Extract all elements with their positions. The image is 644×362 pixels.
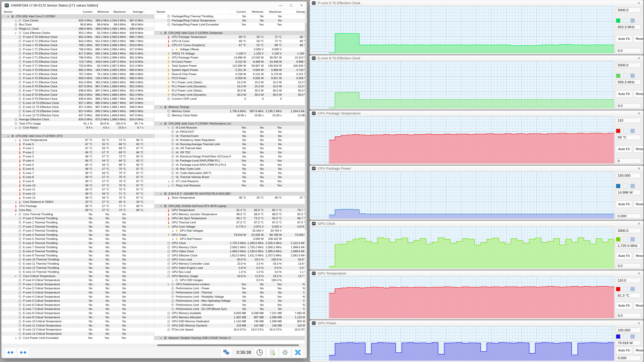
column-header-sensor[interactable]: Sensor xyxy=(2,9,77,14)
line-color-swatch[interactable] xyxy=(616,184,620,188)
line-color-swatch[interactable] xyxy=(616,334,620,339)
reset-button[interactable]: Reset xyxy=(634,201,643,208)
section-header-row[interactable]: CPU [#0]: Intel Core i7-13700H xyxy=(2,14,154,18)
reset-button[interactable]: Reset xyxy=(634,35,643,42)
sensor-row[interactable]: E-core 11 T0 Effective Clock927.4 MHz887… xyxy=(2,105,154,109)
sensor-row[interactable]: CPU Package Temperature69 °C59 °C72 °C68… xyxy=(154,35,305,39)
sensor-row[interactable]: GPU Clock1,725.0 MHz1,290.0 MHz2,265.0 M… xyxy=(154,241,305,245)
sensor-row[interactable]: GPU Memory Allocated1,362 MB967 MB1,589 … xyxy=(154,315,305,320)
line-color-swatch[interactable] xyxy=(616,73,620,78)
section-header-row[interactable]: CPU [#0]: Intel Core i7-13700H: Performa… xyxy=(154,121,305,126)
section-header-row[interactable]: Memory Timings xyxy=(154,105,305,109)
chevron-right-icon[interactable] xyxy=(14,336,18,340)
sensor-row[interactable]: P-core 1 T0 Effective Clock798.1 MHz697.… xyxy=(2,43,154,47)
sensor-row[interactable]: IA: Thermal Velocity BoostNoNoNo xyxy=(154,175,305,179)
close-icon[interactable]: × xyxy=(638,321,640,326)
sensor-row[interactable]: P-core 466 °C54 °C66 °C63 °C xyxy=(2,159,154,163)
scale-max-input[interactable]: 3000.0 xyxy=(616,228,641,233)
sensor-row[interactable]: Ring/LLC Clock399.0 MHz399.0 MHz1,596.1 … xyxy=(2,27,154,31)
column-header-average[interactable]: Average xyxy=(284,9,305,14)
sensor-row[interactable]: Core Distance to TjMAX33 °C27 °C45 °C34 … xyxy=(2,200,154,204)
chevron-right-icon[interactable] xyxy=(166,179,170,184)
sensor-row[interactable]: E-core 6 Thermal ThrottlingNoNoNo xyxy=(2,241,154,245)
sensor-row[interactable]: P-core 0 Thermal ThrottlingNoNoNo xyxy=(2,216,154,221)
sensor-row[interactable]: E-core 13 Critical TemperatureNoNoNo xyxy=(2,332,154,336)
sensor-row[interactable]: E-core 7 Thermal ThrottlingNoNoNo xyxy=(2,245,154,249)
sensor-row[interactable]: E-core 13 Thermal ThrottlingNoNoNo xyxy=(2,270,154,274)
chevron-down-icon[interactable] xyxy=(6,134,10,138)
sensor-row[interactable]: Total CPU Usage91.1 %83.9 %100.0 %95.7 % xyxy=(2,121,154,126)
sensor-row[interactable]: E-core 6 Critical TemperatureNoNoNo xyxy=(2,303,154,307)
scale-min-input[interactable]: 0.000 xyxy=(616,356,641,361)
sensor-row[interactable]: Voltage Offsets0.000 V0.000 V xyxy=(154,47,305,52)
sensor-row[interactable]: Core Power Limit ExceededYesYesYes xyxy=(2,336,154,340)
remote-sensors-button[interactable] xyxy=(221,348,232,357)
auto-fit-button[interactable]: Auto Fit xyxy=(616,35,632,42)
column-header-minimum[interactable]: Minimum xyxy=(248,9,265,14)
sensor-row[interactable]: P-core 0 T0 Effective Clock853.3 MHz662.… xyxy=(2,35,154,39)
minimize-button[interactable]: — xyxy=(276,1,286,9)
grid-color-swatch[interactable] xyxy=(630,287,635,291)
background-color-swatch[interactable] xyxy=(623,129,628,133)
expand-columns-button[interactable] xyxy=(5,348,16,357)
sensor-row[interactable]: E-core 1068 °C57 °C70 °C67 °C xyxy=(2,183,154,188)
chevron-right-icon[interactable] xyxy=(170,47,174,52)
background-color-swatch[interactable] xyxy=(623,73,628,78)
column-header-current[interactable]: Current xyxy=(231,9,248,14)
sensor-row[interactable]: E-core 8 Thermal ThrottlingNoNoNo xyxy=(2,249,154,254)
chevron-down-icon[interactable] xyxy=(14,274,18,278)
auto-fit-button[interactable]: Auto Fit xyxy=(616,90,632,97)
report-button[interactable] xyxy=(267,348,278,357)
sensor-row[interactable]: PCIe Link Speed16.0 GT/s16.0 GT/s16.0 GT… xyxy=(154,328,305,332)
reset-button[interactable]: Reset xyxy=(634,347,643,354)
close-icon[interactable]: × xyxy=(638,56,640,61)
chevron-right-icon[interactable] xyxy=(170,229,174,233)
sensor-row[interactable]: E-core 9 Thermal ThrottlingNoNoNo xyxy=(2,253,154,258)
sensor-row[interactable]: PL2 Power Limit (Static)30.0 W30.0 W30.0… xyxy=(154,89,305,93)
scale-min-input[interactable]: 0.000 xyxy=(616,214,641,219)
sensor-row[interactable]: E-core 12 Thermal ThrottlingNoNoNo xyxy=(2,266,154,270)
sensor-row[interactable]: GPU D3D Memory Dedicated1,142 MB746 MB1,… xyxy=(154,320,305,324)
sensor-row[interactable]: GPU Power79.918 W22.630 W80.768 W73.639 … xyxy=(154,233,305,237)
sensor-row[interactable]: Core Critical TemperatureNoNoNo xyxy=(2,274,154,278)
sensor-row[interactable]: IA Limit ReasonsYesNoYes xyxy=(154,126,305,130)
section-header-row[interactable]: CPU [#0]: Intel Core i7-13700H: DTS xyxy=(2,134,154,138)
chevron-down-icon[interactable] xyxy=(14,31,18,35)
sensor-row[interactable]: Performance Limit - ThermalNoNoNoNo xyxy=(154,291,305,295)
chevron-down-icon[interactable] xyxy=(166,282,170,287)
sensor-row[interactable]: P-core 1 Critical TemperatureNoNoNo xyxy=(2,282,154,287)
sensor-row[interactable]: P-core 3 Thermal ThrottlingNoNoNo xyxy=(2,229,154,233)
close-icon[interactable]: × xyxy=(638,166,640,171)
chevron-down-icon[interactable] xyxy=(14,138,18,142)
line-color-swatch[interactable] xyxy=(616,18,620,23)
chevron-right-icon[interactable] xyxy=(14,126,18,130)
sensor-row[interactable]: P-core 4 Thermal ThrottlingNoNoNo xyxy=(2,233,154,237)
sensor-row[interactable]: GPU Memory Controller Load23.0 %2.0 %33.… xyxy=(154,262,305,266)
background-color-swatch[interactable] xyxy=(623,287,628,291)
background-color-swatch[interactable] xyxy=(623,334,628,339)
sensor-row[interactable]: GPU D3D Memory Dynamic119 MB102 MB140 MB… xyxy=(154,324,305,328)
sensor-row[interactable]: Performance Limit - Reliability VoltageN… xyxy=(154,295,305,299)
chevron-right-icon[interactable] xyxy=(14,200,18,204)
column-header-maximum[interactable]: Maximum xyxy=(265,9,284,14)
sensor-row[interactable]: Package/Ring Power Limit ExceededYesYesY… xyxy=(154,23,305,27)
sensor-row[interactable]: Ring Limit ReasonsYesNoYes xyxy=(154,183,305,188)
graph-titlebar[interactable]: CPU Package Temperature× xyxy=(310,110,643,116)
sensor-row[interactable]: GPU Rail Powers3.000 W108.432 W xyxy=(154,237,305,241)
grid-color-swatch[interactable] xyxy=(630,129,635,133)
sensor-row[interactable]: PL2 Power Limit (Dynamic)30.0 W30.0 W30.… xyxy=(154,93,305,97)
sensor-row[interactable]: P-core 067 °C55 °C68 °C65 °C xyxy=(2,142,154,146)
sensor-row[interactable]: CPU IA Cores69 °C59 °C72 °C68 °C xyxy=(154,39,305,43)
sensor-row[interactable]: P-core 3 T0 Effective Clock723.7 MHz349.… xyxy=(2,60,154,64)
chevron-down-icon[interactable] xyxy=(14,212,18,217)
grid-color-swatch[interactable] xyxy=(630,18,635,23)
sensor-row[interactable]: P-core 5 Thermal ThrottlingNoNoNo xyxy=(2,237,154,241)
scale-min-input[interactable]: 0.0 xyxy=(616,48,641,53)
sensor-row[interactable]: E-core 7 T0 Effective Clock938.6 MHz887.… xyxy=(2,89,154,93)
column-header-sensor[interactable]: Sensor xyxy=(154,9,231,14)
sensor-row[interactable]: P-core 4 Critical TemperatureNoNoNo xyxy=(2,295,154,299)
sensor-row[interactable]: E-core 668 °C57 °C70 °C67 °C xyxy=(2,167,154,171)
close-icon[interactable]: × xyxy=(638,0,640,5)
close-button[interactable]: × xyxy=(296,1,307,9)
grid-color-swatch[interactable] xyxy=(630,73,635,78)
